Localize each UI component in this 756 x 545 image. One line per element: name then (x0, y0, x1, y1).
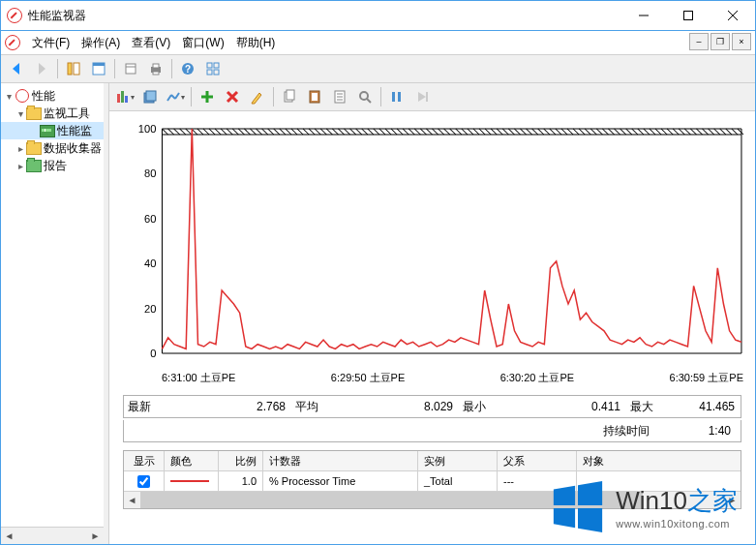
counter-scrollbar[interactable]: ◄ ► (124, 491, 741, 508)
scroll-left-icon[interactable]: ◄ (1, 528, 17, 544)
col-parent[interactable]: 父系 (498, 451, 577, 470)
svg-line-125 (579, 129, 585, 135)
svg-rect-42 (398, 92, 401, 102)
svg-line-140 (667, 129, 673, 135)
stat-min-label: 最小 (459, 399, 490, 415)
add-counter-button[interactable] (196, 85, 219, 108)
nav-back-button[interactable] (5, 57, 28, 80)
nav-scrollbar[interactable]: ◄ ► (1, 527, 104, 544)
menu-view[interactable]: 查看(V) (126, 33, 176, 53)
content-pane: ▾ ▾ 020406080100 6:31:00 土豆PE (108, 83, 755, 544)
svg-line-111 (497, 129, 502, 135)
menu-window[interactable]: 窗口(W) (176, 33, 229, 53)
counter-color-swatch (165, 471, 219, 491)
counter-show-checkbox[interactable] (137, 475, 150, 488)
svg-line-135 (638, 129, 644, 135)
freeze-button[interactable] (385, 85, 408, 108)
svg-line-147 (709, 129, 714, 135)
menu-action[interactable]: 操作(A) (76, 33, 126, 53)
svg-line-57 (180, 129, 186, 135)
delete-counter-button[interactable] (221, 85, 244, 108)
maximize-button[interactable] (666, 1, 711, 30)
svg-line-61 (203, 129, 209, 135)
svg-line-122 (561, 129, 567, 135)
counter-parent: --- (498, 471, 577, 491)
minimize-button[interactable] (621, 1, 666, 30)
tree-performance-monitor[interactable]: 性能监 (1, 122, 104, 139)
scroll-right-icon[interactable]: ► (87, 528, 104, 544)
scroll-left-icon[interactable]: ◄ (124, 492, 140, 508)
tile-button[interactable] (201, 57, 225, 80)
chart-area[interactable]: 020406080100 6:31:00 土豆PE 6:29:50 土豆PE 6… (109, 111, 755, 544)
tree-data-collectors[interactable]: ▸ 数据收集器 (1, 139, 104, 157)
col-color[interactable]: 颜色 (165, 451, 219, 470)
tree-view[interactable]: ▾ 性能 ▾ 监视工具 性能监 ▸ 数据收集器 (1, 83, 104, 527)
col-show[interactable]: 显示 (124, 451, 165, 470)
tree-label: 报告 (44, 158, 67, 174)
monitor-icon (40, 123, 55, 138)
paste-button[interactable] (303, 85, 326, 108)
zoom-button[interactable] (353, 85, 377, 108)
svg-line-103 (450, 129, 456, 135)
properties-button[interactable] (87, 57, 110, 80)
tree-label: 监视工具 (44, 106, 90, 122)
tree-root-performance[interactable]: ▾ 性能 (1, 87, 104, 105)
svg-line-145 (696, 129, 702, 135)
col-counter[interactable]: 计数器 (263, 451, 418, 470)
perf-root-icon (15, 88, 30, 104)
svg-line-143 (684, 129, 690, 135)
export-button[interactable] (119, 57, 142, 80)
stat-last-label: 最新 (124, 399, 155, 415)
svg-line-65 (227, 129, 232, 135)
tree-reports[interactable]: ▸ 报告 (1, 157, 104, 174)
svg-rect-11 (153, 64, 159, 68)
counter-table: 显示 颜色 比例 计数器 实例 父系 对象 1.0 % Processor Ti… (123, 450, 741, 509)
col-instance[interactable]: 实例 (418, 451, 498, 470)
close-button[interactable] (711, 1, 755, 30)
mdi-minimize-button[interactable]: – (689, 33, 709, 50)
folder-icon (26, 106, 42, 121)
menu-file[interactable]: 文件(F) (26, 33, 76, 53)
counter-row[interactable]: 1.0 % Processor Time _Total --- (124, 471, 741, 491)
svg-line-138 (655, 129, 661, 135)
copy-button[interactable] (278, 85, 301, 108)
mdi-close-button[interactable]: × (732, 33, 751, 50)
title-bar[interactable]: 性能监视器 (1, 1, 755, 31)
svg-line-80 (315, 129, 320, 135)
svg-line-102 (444, 129, 450, 135)
col-object[interactable]: 对象 (577, 451, 741, 470)
performance-chart[interactable]: 020406080100 (119, 125, 745, 367)
svg-line-96 (408, 129, 414, 135)
view-current-button[interactable]: ▾ (113, 85, 136, 108)
svg-line-84 (338, 129, 344, 135)
svg-line-112 (502, 129, 508, 135)
properties-chart-button[interactable] (328, 85, 351, 108)
svg-line-66 (232, 129, 238, 135)
menu-help[interactable]: 帮助(H) (230, 33, 282, 53)
view-log-button[interactable] (138, 85, 162, 108)
svg-line-137 (650, 129, 655, 135)
mdi-restore-button[interactable]: ❐ (711, 33, 730, 50)
svg-line-116 (527, 129, 532, 135)
print-button[interactable] (144, 57, 167, 80)
svg-line-56 (174, 129, 180, 135)
show-hide-tree-button[interactable] (62, 57, 85, 80)
counter-instance: _Total (418, 471, 498, 491)
svg-line-114 (514, 129, 520, 135)
svg-line-131 (615, 129, 620, 135)
change-graph-button[interactable]: ▾ (164, 85, 187, 108)
svg-line-83 (332, 129, 338, 135)
stat-duration-value: 1:40 (653, 424, 741, 438)
svg-line-73 (274, 129, 280, 135)
stat-duration-label: 持续时间 (599, 423, 653, 439)
col-scale[interactable]: 比例 (219, 451, 263, 470)
svg-line-110 (491, 129, 497, 135)
help-button[interactable]: ? (176, 57, 199, 80)
svg-line-92 (385, 129, 391, 135)
counter-table-header[interactable]: 显示 颜色 比例 计数器 实例 父系 对象 (124, 451, 741, 471)
tree-monitoring-tools[interactable]: ▾ 监视工具 (1, 105, 104, 122)
svg-line-126 (585, 129, 590, 135)
svg-line-68 (244, 129, 250, 135)
scroll-right-icon[interactable]: ► (724, 492, 741, 508)
highlight-button[interactable] (246, 85, 269, 108)
